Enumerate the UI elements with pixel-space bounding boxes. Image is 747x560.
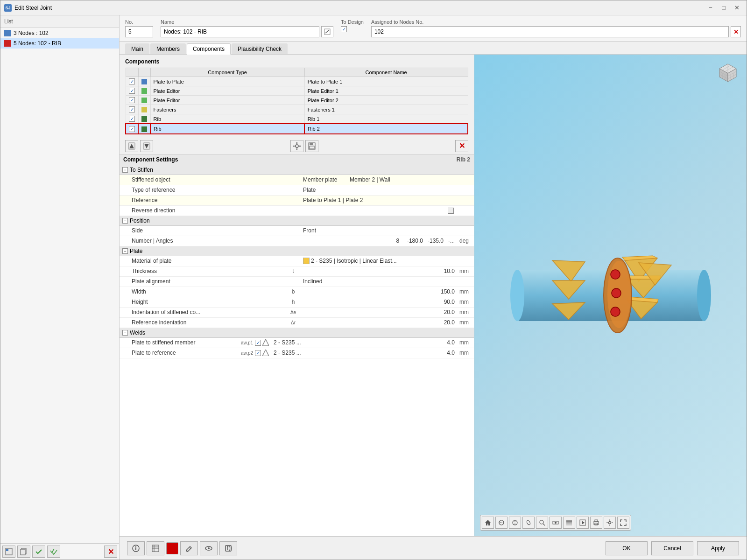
value-weld-stiffened-num[interactable]: 4.0 — [364, 338, 458, 347]
comp-settings-header: Component Settings Rib 2 — [120, 154, 474, 165]
collapse-to-stiffen[interactable]: − — [122, 167, 128, 173]
comp-table-row-0[interactable]: Plate to Plate Plate to Plate 1 — [126, 77, 468, 86]
sidebar-item-1[interactable]: 3 Nodes : 102 — [0, 28, 119, 38]
cancel-button[interactable]: Cancel — [651, 541, 693, 555]
value-alignment[interactable]: Inclined — [300, 277, 458, 286]
maximize-button[interactable]: □ — [718, 3, 730, 13]
col-check — [126, 68, 138, 77]
sidebar-add-button[interactable] — [2, 546, 15, 558]
tab-components[interactable]: Components — [187, 43, 231, 55]
value-height[interactable]: 90.0 — [300, 298, 458, 306]
comp-row-check-1[interactable] — [129, 88, 135, 94]
vp-layers-btn[interactable] — [563, 517, 575, 529]
value-stiffened[interactable]: Member plate Member 2 | Wall — [300, 175, 458, 184]
value-indentation[interactable]: 20.0 — [300, 308, 458, 316]
value-type-ref[interactable]: Plate — [300, 186, 458, 194]
action-table-btn[interactable] — [147, 541, 164, 555]
value-side[interactable]: Front — [300, 226, 458, 235]
action-eye-btn[interactable] — [200, 541, 218, 555]
sidebar-check2-button[interactable] — [47, 546, 60, 558]
vp-home-btn[interactable] — [482, 517, 494, 529]
vp-print-btn[interactable] — [590, 517, 602, 529]
svg-rect-17 — [310, 146, 314, 149]
name-input[interactable] — [161, 26, 319, 37]
value-thickness[interactable]: 10.0 — [300, 267, 458, 275]
comp-table-row-4[interactable]: Rib Rib 1 — [126, 114, 468, 124]
row-alignment: Plate alignment Inclined — [120, 277, 474, 287]
reverse-checkbox[interactable] — [448, 208, 454, 214]
row-stiffened-object: Stiffened object Member plate Member 2 |… — [120, 175, 474, 185]
vp-rotate-y-btn[interactable] — [509, 517, 521, 529]
comp-btn-delete[interactable]: ✕ — [455, 140, 468, 152]
assigned-input[interactable] — [371, 26, 729, 37]
unit-alignment — [458, 280, 474, 282]
group-to-stiffen-header[interactable]: − To Stiffen — [120, 165, 474, 175]
comp-row-check-0[interactable] — [129, 78, 135, 84]
row-angles: Number | Angles 8 -180.0 -135.0 -... deg — [120, 236, 474, 246]
viewport[interactable] — [474, 55, 747, 536]
label-weld-stiffened: Plate to stiffened member — [129, 338, 239, 347]
main-content: List 3 Nodes : 102 5 Nodes: 102 - RIB — [0, 15, 747, 560]
collapse-position[interactable]: − — [122, 218, 128, 224]
action-info-btn[interactable] — [127, 541, 145, 555]
vp-rotate-x-btn[interactable] — [495, 517, 507, 529]
sidebar-check1-button[interactable] — [32, 546, 45, 558]
action-red-btn[interactable] — [166, 542, 178, 554]
collapse-welds[interactable]: − — [122, 330, 128, 336]
tab-main[interactable]: Main — [125, 43, 149, 54]
comp-row-check-3[interactable] — [129, 106, 135, 112]
sidebar-copy-button[interactable] — [17, 546, 30, 558]
vp-settings-btn[interactable] — [604, 517, 616, 529]
weld-reference-check[interactable] — [255, 350, 261, 356]
group-welds-header[interactable]: − Welds — [120, 328, 474, 338]
value-material[interactable]: 2 - S235 | Isotropic | Linear Elast... — [300, 257, 458, 265]
comp-table-row-5[interactable]: Rib Rib 2 — [126, 124, 468, 133]
svg-point-49 — [611, 270, 620, 279]
no-input[interactable] — [125, 26, 153, 37]
value-width[interactable]: 150.0 — [300, 287, 458, 296]
comp-btn-down[interactable] — [140, 140, 153, 152]
vp-render-btn[interactable] — [577, 517, 589, 529]
components-title: Components — [125, 58, 468, 65]
value-reference[interactable]: Plate to Plate 1 | Plate 2 — [300, 196, 458, 204]
action-calc-btn[interactable]: f() — [219, 541, 237, 555]
assigned-clear-button[interactable]: ✕ — [731, 26, 741, 37]
vp-fit-btn[interactable] — [617, 517, 629, 529]
ok-button[interactable]: OK — [606, 541, 648, 555]
nav-cube[interactable] — [715, 60, 741, 86]
comp-row-check-2[interactable] — [129, 97, 135, 103]
comp-btn-gear[interactable] — [290, 140, 303, 152]
minimize-button[interactable]: − — [705, 3, 717, 13]
comp-row-check-4[interactable] — [129, 116, 135, 122]
comp-row-check-5[interactable] — [129, 126, 135, 132]
apply-button[interactable]: Apply — [697, 541, 739, 555]
comp-table-row-2[interactable]: Plate Editor Plate Editor 2 — [126, 96, 468, 105]
sidebar-item-2[interactable]: 5 Nodes: 102 - RIB — [0, 38, 119, 49]
group-position-header[interactable]: − Position — [120, 216, 474, 226]
action-bar: f() OK Cancel Apply — [120, 536, 747, 560]
sidebar-delete-button[interactable]: ✕ — [104, 546, 117, 558]
value-weld-reference-num[interactable]: 4.0 — [364, 349, 458, 357]
group-plate-header[interactable]: − Plate — [120, 246, 474, 256]
value-weld-stiffened[interactable]: 2 - S235 ... — [271, 338, 364, 347]
unit-reference — [458, 199, 474, 201]
close-button[interactable]: ✕ — [731, 3, 743, 13]
comp-btn-up[interactable] — [125, 140, 138, 152]
tab-plausibility[interactable]: Plausibility Check — [232, 43, 288, 54]
action-edit-btn[interactable] — [180, 541, 198, 555]
vp-view-btn[interactable] — [550, 517, 562, 529]
value-weld-reference[interactable]: 2 - S235 ... — [271, 349, 364, 357]
value-angles[interactable]: 8 -180.0 -135.0 -... — [300, 237, 458, 245]
vp-rotate-z-btn[interactable] — [522, 517, 535, 529]
tab-members[interactable]: Members — [150, 43, 186, 54]
to-design-checkbox[interactable] — [341, 26, 347, 32]
vp-zoom-btn[interactable] — [536, 517, 548, 529]
weld-stiffened-check[interactable] — [255, 340, 261, 346]
comp-btn-save[interactable] — [305, 140, 318, 152]
comp-table-row-1[interactable]: Plate Editor Plate Editor 1 — [126, 86, 468, 96]
svg-marker-19 — [262, 350, 269, 356]
collapse-plate[interactable]: − — [122, 248, 128, 254]
value-ref-indent[interactable]: 20.0 — [300, 318, 458, 327]
name-edit-button[interactable] — [321, 26, 333, 37]
comp-table-row-3[interactable]: Fasteners Fasteners 1 — [126, 105, 468, 114]
